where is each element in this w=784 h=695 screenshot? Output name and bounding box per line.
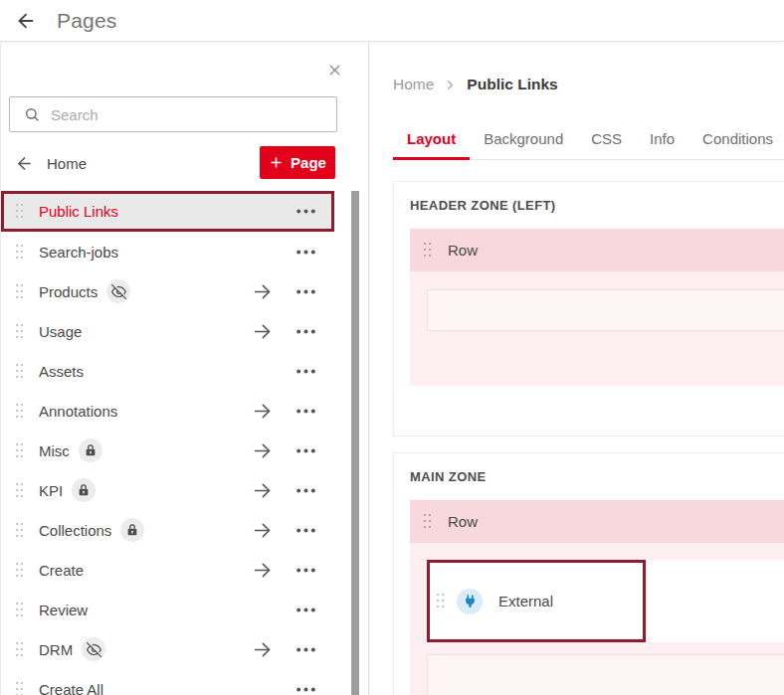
- sidebar-item-create[interactable]: Create: [1, 550, 368, 590]
- row-label: Row: [448, 242, 478, 259]
- sidebar-item-create-all[interactable]: Create All: [1, 669, 368, 695]
- page-title: Pages: [57, 9, 117, 33]
- search-input[interactable]: [51, 106, 299, 123]
- drag-handle-icon[interactable]: [436, 593, 446, 609]
- tab-css[interactable]: CSS: [577, 130, 636, 160]
- breadcrumb: Home Public Links: [393, 76, 784, 93]
- sidebar-item-assets[interactable]: Assets: [1, 351, 368, 391]
- hidden-badge: [106, 279, 130, 303]
- drag-handle-icon[interactable]: [15, 522, 25, 539]
- drag-handle-icon[interactable]: [15, 482, 25, 499]
- tab-background[interactable]: Background: [470, 130, 577, 160]
- back-arrow-icon[interactable]: [15, 10, 37, 32]
- widget-row: External: [427, 560, 784, 642]
- home-back-arrow-icon[interactable]: [15, 154, 34, 173]
- page-editor: Home Public Links LayoutBackgroundCSSInf…: [369, 42, 784, 695]
- locked-badge: [72, 478, 96, 502]
- tab-conditions[interactable]: Conditions: [688, 130, 784, 160]
- spacer: [427, 642, 784, 654]
- close-icon[interactable]: [326, 62, 343, 79]
- arrow-right-icon[interactable]: [252, 440, 273, 461]
- drag-handle-icon[interactable]: [15, 442, 25, 459]
- lock-icon: [125, 523, 139, 537]
- item-menu-icon[interactable]: [296, 369, 315, 374]
- item-menu-icon[interactable]: [296, 568, 315, 573]
- tab-layout[interactable]: Layout: [393, 130, 470, 160]
- sidebar-item-misc[interactable]: Misc: [1, 431, 368, 470]
- add-page-button[interactable]: Page: [260, 146, 335, 179]
- tab-info[interactable]: Info: [636, 130, 688, 160]
- drag-handle-icon[interactable]: [423, 242, 433, 259]
- external-widget-selected[interactable]: External: [427, 560, 646, 642]
- sidebar-item-usage[interactable]: Usage: [1, 311, 368, 351]
- arrow-right-icon[interactable]: [252, 560, 273, 581]
- item-menu-icon[interactable]: [296, 289, 315, 294]
- drag-handle-icon[interactable]: [15, 602, 25, 618]
- zone-title: MAIN ZONE: [410, 469, 784, 484]
- lock-icon: [77, 483, 91, 497]
- plug-icon: [457, 589, 483, 614]
- item-menu-icon[interactable]: [296, 608, 315, 612]
- arrow-right-icon[interactable]: [252, 321, 273, 342]
- item-menu-icon[interactable]: [296, 687, 315, 692]
- item-menu-icon[interactable]: [296, 329, 315, 334]
- item-menu-icon[interactable]: [296, 528, 315, 533]
- main-zone-card: MAIN ZONE Row Exter: [393, 452, 784, 695]
- page-item-label: DRM: [39, 641, 73, 658]
- row-widget[interactable]: Row External: [410, 500, 784, 695]
- tab-bar: LayoutBackgroundCSSInfoConditions: [393, 130, 784, 160]
- sidebar-item-public-links[interactable]: Public Links: [1, 191, 334, 232]
- sidebar-item-drm[interactable]: DRM: [1, 629, 368, 669]
- sidebar-item-review[interactable]: Review: [1, 590, 368, 629]
- sidebar-item-collections[interactable]: Collections: [1, 510, 368, 550]
- page-item-label: Assets: [39, 363, 84, 380]
- item-menu-icon[interactable]: [296, 488, 315, 493]
- drag-handle-icon[interactable]: [15, 681, 25, 695]
- home-label[interactable]: Home: [47, 155, 87, 172]
- item-menu-icon[interactable]: [296, 209, 315, 214]
- arrow-right-icon[interactable]: [252, 281, 273, 302]
- drag-handle-icon[interactable]: [15, 562, 25, 579]
- item-menu-icon[interactable]: [296, 448, 315, 453]
- page-item-label: Public Links: [39, 203, 118, 220]
- drag-handle-icon[interactable]: [15, 403, 25, 420]
- arrow-right-icon[interactable]: [252, 520, 273, 541]
- search-box: [9, 96, 337, 132]
- drag-handle-icon[interactable]: [15, 203, 25, 220]
- empty-column-placeholder[interactable]: [427, 654, 784, 695]
- zone-title: HEADER ZONE (LEFT): [410, 198, 784, 213]
- arrow-right-icon[interactable]: [252, 480, 273, 501]
- row-header[interactable]: Row: [410, 229, 784, 271]
- page-item-label: KPI: [39, 482, 63, 499]
- breadcrumb-home[interactable]: Home: [393, 76, 434, 93]
- row-widget[interactable]: Row: [410, 229, 784, 386]
- page-item-label: Misc: [39, 442, 70, 459]
- arrow-right-icon[interactable]: [252, 401, 273, 422]
- drag-handle-icon[interactable]: [15, 244, 25, 261]
- drag-handle-icon[interactable]: [15, 641, 25, 658]
- drag-handle-icon[interactable]: [423, 513, 433, 530]
- empty-column-placeholder[interactable]: [427, 289, 784, 331]
- item-menu-icon[interactable]: [296, 647, 315, 652]
- sidebar-item-search-jobs[interactable]: Search-jobs: [1, 232, 368, 271]
- drag-handle-icon[interactable]: [15, 363, 25, 380]
- sidebar-scrollbar[interactable]: [351, 191, 359, 695]
- page-item-label: Review: [39, 602, 88, 618]
- sidebar-item-products[interactable]: Products: [1, 271, 368, 311]
- sidebar-item-annotations[interactable]: Annotations: [1, 391, 368, 431]
- eye-off-icon: [87, 642, 101, 657]
- page-item-label: Products: [39, 283, 98, 300]
- page-item-label: Search-jobs: [39, 244, 118, 261]
- row-header[interactable]: Row: [410, 500, 784, 543]
- page-item-label: Create All: [39, 681, 103, 695]
- row-body: [410, 271, 784, 386]
- item-menu-icon[interactable]: [296, 250, 315, 255]
- header-zone-card: HEADER ZONE (LEFT) Row: [393, 181, 784, 436]
- arrow-right-icon[interactable]: [252, 639, 273, 660]
- item-menu-icon[interactable]: [296, 409, 315, 414]
- eye-off-icon: [111, 284, 126, 299]
- sidebar-item-kpi[interactable]: KPI: [1, 470, 368, 510]
- drag-handle-icon[interactable]: [15, 283, 25, 300]
- top-bar: Pages: [0, 0, 784, 42]
- drag-handle-icon[interactable]: [15, 323, 25, 340]
